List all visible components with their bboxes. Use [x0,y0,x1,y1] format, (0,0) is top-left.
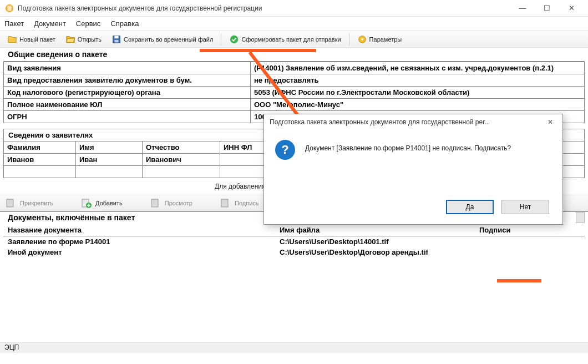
new-package-button[interactable]: Новый пакет [3,32,59,47]
documents-table: Название документа Имя файла Подписи Зая… [3,224,585,257]
toolbar-separator [349,33,349,46]
annotation-underline [497,279,541,282]
view-icon [150,198,161,208]
table-row: Вид заявления(Р14001) Заявление об изм.с… [4,62,585,74]
menu-document[interactable]: Документ [34,19,66,28]
table-row: Полное наименование ЮЛООО "Мегаполис-Мин… [4,99,585,111]
new-folder-icon [7,34,17,44]
menu-help[interactable]: Справка [110,19,139,28]
attach-button[interactable]: Прикрепить [6,198,53,208]
yes-button[interactable]: Да [446,200,494,214]
menu-service[interactable]: Сервис [76,19,101,28]
svg-rect-12 [151,199,158,207]
open-button[interactable]: Открыть [62,32,105,47]
toolbar-separator [221,33,221,46]
app-icon [4,3,14,13]
params-button[interactable]: Параметры [353,32,406,47]
sign-button[interactable]: Подпись [220,198,259,208]
params-label: Параметры [369,36,402,43]
status-label: ЭЦП [4,343,19,351]
col-file-name[interactable]: Имя файла [275,224,475,236]
gear-icon [357,34,367,44]
col-signatures[interactable]: Подписи [475,224,585,236]
table-row[interactable]: Заявление по форме Р14001 C:\Users\User\… [3,236,585,247]
save-icon [111,34,121,44]
question-icon: ? [275,140,295,160]
no-button[interactable]: Нет [501,200,549,214]
dialog-close-button[interactable]: ✕ [543,117,558,128]
menu-bar: Пакет Документ Сервис Справка [0,17,588,31]
title-bar: Подготовка пакета электронных документов… [0,0,588,17]
svg-rect-1 [7,6,11,11]
dialog-title: Подготовка пакета электронных документов… [264,114,562,130]
col-lastname[interactable]: Фамилия [4,141,76,154]
new-package-label: Новый пакет [19,36,55,43]
menu-package[interactable]: Пакет [4,19,24,28]
toolbar: Новый пакет Открыть Сохранить во временн… [0,31,588,48]
svg-point-7 [361,38,363,41]
svg-rect-3 [114,36,118,38]
add-button[interactable]: Добавить [81,198,123,208]
table-row[interactable]: Иной документ C:\Users\User\Desktop\Дого… [3,247,585,257]
svg-rect-13 [221,199,228,207]
confirm-dialog: Подготовка пакета электронных документов… [263,114,563,225]
save-temp-label: Сохранить во временный файл [124,36,213,43]
attach-icon [6,198,17,208]
col-patronymic[interactable]: Отчество [143,141,220,154]
table-row: Код налогового (регистрирующего) органа5… [4,87,585,99]
col-firstname[interactable]: Имя [76,141,143,154]
check-circle-icon [229,34,239,44]
scrollbar[interactable] [576,212,585,223]
form-package-button[interactable]: Сформировать пакет для отправки [225,32,344,47]
minimize-button[interactable]: — [510,1,535,16]
close-button[interactable]: ✕ [559,1,584,16]
window-title: Подготовка пакета электронных документов… [18,4,510,12]
svg-rect-4 [114,39,118,42]
table-row: Вид предоставления заявителю документов … [4,74,585,87]
status-bar: ЭЦП [0,342,588,353]
dialog-text: Документ [Заявление по форме Р14001] не … [305,140,511,152]
general-section-title: Общие сведения о пакете [3,48,585,62]
svg-rect-9 [7,199,13,207]
open-label: Открыть [78,36,102,43]
open-folder-icon [65,34,75,44]
save-temp-button[interactable]: Сохранить во временный файл [108,32,217,47]
form-package-label: Сформировать пакет для отправки [241,36,341,43]
svg-point-5 [230,35,238,43]
col-doc-name[interactable]: Название документа [3,224,275,236]
add-icon [81,198,92,208]
sign-icon [220,198,231,208]
maximize-button[interactable]: ☐ [535,1,559,16]
view-button[interactable]: Просмотр [150,198,192,208]
